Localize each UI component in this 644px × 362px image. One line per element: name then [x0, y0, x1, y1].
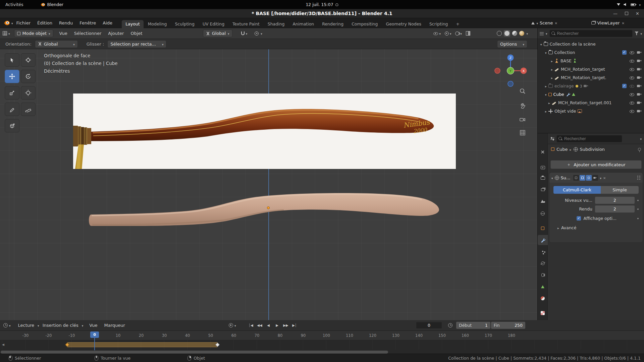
viewlayer-selector[interactable]: ViewLayer [591, 20, 625, 25]
outliner-row-cube[interactable]: Cube [538, 90, 644, 99]
timeline-scrollbar[interactable] [1, 351, 388, 354]
tool-select-box[interactable] [5, 53, 19, 67]
tab-tool[interactable] [538, 147, 548, 157]
expand-icon[interactable] [551, 67, 553, 72]
xray-toggle[interactable] [466, 31, 470, 36]
playhead-line[interactable] [94, 338, 95, 350]
workspace-tab-sculpting[interactable]: Sculpting [171, 20, 198, 28]
object-origin-dot[interactable] [267, 206, 270, 209]
render-levels-field[interactable]: 2 [595, 205, 635, 213]
tab-scene[interactable] [538, 196, 548, 206]
tab-constraints[interactable] [538, 270, 548, 280]
camera-visibility-icon[interactable] [637, 50, 642, 55]
close-button[interactable]: ✕ [636, 11, 639, 16]
toggle-realtime-display[interactable] [586, 175, 592, 181]
gizmos-dropdown[interactable] [445, 31, 451, 36]
jump-to-end-button[interactable]: ▶⏐ [290, 322, 299, 329]
tab-render[interactable] [538, 163, 548, 173]
workspace-tab-geometry-nodes[interactable]: Geometry Nodes [382, 20, 425, 28]
system-tray[interactable] [617, 2, 641, 7]
workspace-tab-animation[interactable]: Animation [289, 20, 318, 28]
camera-visibility-icon[interactable] [637, 109, 642, 113]
timeline-expand-arrow[interactable]: ◀ [2, 343, 4, 346]
keyframe-range-bar[interactable] [67, 342, 218, 347]
use-preview-range-icon[interactable] [448, 323, 452, 327]
workspace-tab-scripting[interactable]: Scripting [426, 20, 452, 28]
modifier-name[interactable]: Su... [561, 175, 571, 180]
menu-vue[interactable]: Vue [56, 28, 71, 39]
clock[interactable]: 12 juil. 15:07 [306, 2, 338, 7]
gizmo-minus-z-ball[interactable] [508, 81, 513, 86]
optimal-display-checkbox[interactable] [577, 216, 581, 221]
activities-button[interactable]: Activités [2, 0, 27, 9]
next-keyframe-button[interactable]: ▶▶ [282, 322, 290, 329]
animate-dot-icon[interactable] [637, 218, 639, 219]
animate-dot-icon[interactable] [637, 200, 639, 201]
tab-world[interactable] [538, 208, 548, 219]
eye-icon[interactable] [629, 83, 634, 88]
advanced-section-toggle[interactable]: Avancé [557, 225, 643, 230]
workspace-tab-shading[interactable]: Shading [264, 20, 288, 28]
eye-icon[interactable] [629, 109, 634, 114]
menu-lecture[interactable]: Lecture [15, 320, 38, 330]
eye-icon[interactable] [629, 75, 634, 80]
outliner-row-collection[interactable]: Collection [538, 48, 644, 57]
gizmo-minus-x-ball[interactable] [495, 68, 500, 73]
remove-viewlayer-icon[interactable] [622, 20, 625, 25]
toggle-orthographic-button[interactable] [518, 128, 527, 137]
timeline-editor-selector[interactable] [3, 323, 11, 328]
toggle-render-display[interactable] [592, 175, 598, 181]
expand-icon[interactable] [551, 75, 553, 80]
prev-keyframe-button[interactable]: ◀◀ [256, 322, 264, 329]
pan-hand-button[interactable] [518, 102, 527, 110]
zoom-tool-button[interactable] [518, 87, 527, 96]
animate-dot-icon[interactable] [637, 208, 639, 210]
subdivision-type-catmull-clark[interactable]: Catmull-Clark [553, 186, 601, 194]
collapse-icon[interactable] [551, 175, 553, 180]
menu-fenetre[interactable]: Fenêtre [76, 18, 99, 28]
pin-icon[interactable] [638, 148, 641, 151]
workspace-tab-layout[interactable]: Layout [122, 20, 144, 28]
eye-icon[interactable] [629, 67, 634, 72]
outliner-row-mch-rotation-target-001[interactable]: MCH_Rotation_target.001 [538, 99, 644, 107]
clay-model-broom[interactable] [88, 190, 441, 231]
orientation-setting-dropdown[interactable]: Global [35, 40, 78, 48]
editor-type-selector[interactable] [3, 31, 10, 36]
camera-visibility-icon[interactable] [637, 84, 642, 88]
tab-particles[interactable] [538, 246, 548, 256]
tool-annotate[interactable] [5, 103, 19, 116]
drag-setting-dropdown[interactable]: Sélection par recta... [107, 40, 166, 48]
menu-insertion-cles[interactable]: Insertion de clés [39, 320, 82, 330]
tool-rotate[interactable] [21, 70, 36, 83]
maximize-button[interactable] [625, 12, 628, 15]
play-reverse-button[interactable]: ◀ [264, 322, 272, 329]
outliner-row-base[interactable]: BASE [538, 57, 644, 65]
auto-keying-icon[interactable] [229, 323, 233, 327]
outliner-row-scene-collection[interactable]: Collection de la scène [538, 40, 644, 48]
expand-icon[interactable] [548, 100, 550, 105]
expand-icon[interactable] [540, 42, 542, 47]
tool-transform[interactable] [21, 86, 36, 100]
menu-fichier[interactable]: Fichier [13, 18, 34, 28]
camera-visibility-icon[interactable] [637, 67, 642, 71]
frame-start-field[interactable]: Début 1 [456, 322, 490, 329]
tool-add-cube[interactable] [5, 119, 19, 132]
shading-rendered-button[interactable] [519, 31, 524, 36]
menu-aide[interactable]: Aide [99, 18, 116, 28]
outliner-row-mch-rotation-target[interactable]: MCH_Rotation_target [538, 65, 644, 73]
visibility-dropdown[interactable] [433, 31, 441, 36]
frame-end-field[interactable]: Fin 250 [491, 322, 525, 329]
eye-icon[interactable] [629, 92, 634, 97]
tool-cursor[interactable] [21, 53, 36, 67]
workspace-tab-uv-editing[interactable]: UV Editing [199, 20, 228, 28]
current-frame-field[interactable]: 0 [416, 322, 442, 329]
camera-visibility-icon[interactable] [637, 75, 642, 80]
breadcrumb-modifier[interactable]: Subdivision [580, 147, 605, 152]
shading-wireframe-button[interactable] [497, 31, 502, 36]
snap-toggle[interactable] [241, 31, 248, 36]
subdivision-type-simple[interactable]: Simple [601, 186, 639, 194]
play-button[interactable]: ▶ [273, 322, 281, 329]
filter-icon[interactable] [635, 32, 638, 35]
unlink-scene-icon[interactable] [555, 20, 557, 25]
shading-solid-button[interactable] [504, 30, 510, 37]
